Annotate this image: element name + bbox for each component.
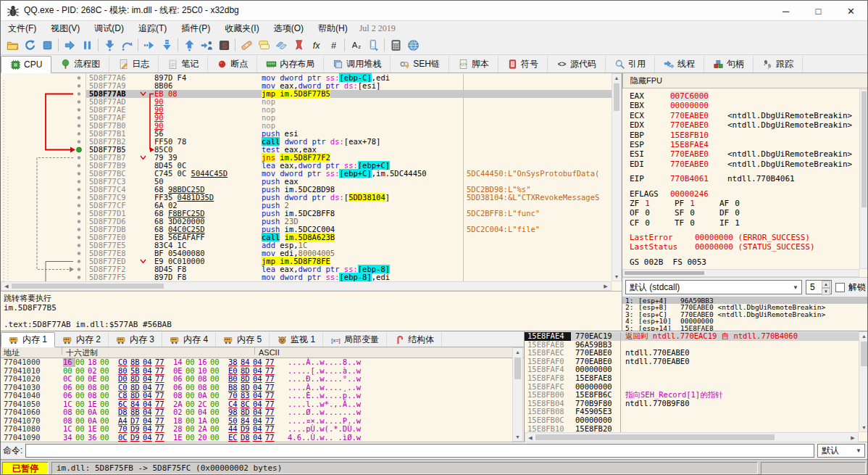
menu-收藏夹I[interactable]: 收藏夹(I) (217, 21, 266, 36)
memory-byte[interactable]: D9 (130, 434, 143, 442)
minimize-button[interactable]: ─ (769, 1, 802, 21)
memory-byte[interactable]: 04 (143, 408, 155, 417)
memory-byte[interactable]: 77 (155, 425, 167, 434)
memory-byte[interactable]: 00 (100, 408, 112, 417)
registers-vertical-scrollbar[interactable] (859, 89, 868, 269)
menu-追踪T[interactable]: 追踪(T) (131, 21, 174, 36)
flag-DF[interactable]: DF0 (719, 208, 764, 218)
memory-byte[interactable]: 00 (75, 434, 88, 442)
az-button[interactable]: Az (347, 37, 364, 54)
memory-byte[interactable]: 00 (75, 375, 88, 384)
memory-row-77041080[interactable]: 770410801C001E0070D9047728002A0044D90477… (1, 425, 512, 434)
memory-byte[interactable]: 77 (155, 392, 167, 400)
memory-row-77041040[interactable]: 7704104006000800C88D047708000A0070830477… (1, 392, 512, 400)
memory-byte[interactable]: 77 (265, 358, 277, 367)
register-LastError[interactable]: LastError00000000 (ERROR_SUCCESS) (630, 233, 859, 242)
memory-byte[interactable]: 20 (198, 434, 210, 442)
register-EDX[interactable]: EDX770EABE0<ntdll.DbgUiRemoteBreakin> (630, 120, 859, 130)
register-ESI[interactable]: ESI770EABE0<ntdll.DbgUiRemoteBreakin> (630, 149, 859, 159)
memory-byte[interactable]: 77 (265, 434, 277, 442)
command-input[interactable] (25, 444, 814, 458)
memory-byte[interactable]: 04 (253, 434, 265, 442)
memory-byte[interactable]: 00 (100, 425, 112, 434)
memory-byte[interactable]: 0A (88, 408, 100, 417)
memory-byte[interactable]: 00 (185, 425, 198, 434)
phone-button[interactable] (364, 37, 382, 54)
memory-byte[interactable]: D8 (118, 408, 130, 417)
memory-byte[interactable]: 04 (253, 425, 265, 434)
memory-byte[interactable]: 00 (210, 408, 222, 417)
memory-byte[interactable]: 00 (75, 358, 88, 367)
register-ECX[interactable]: ECX770EABE0<ntdll.DbgUiRemoteBreakin> (630, 111, 859, 120)
menu-视图V[interactable]: 视图(V) (43, 21, 87, 36)
memory-byte[interactable]: 00 (210, 358, 222, 367)
memory-byte[interactable]: 00 (210, 392, 222, 400)
memory-byte[interactable]: 00 (185, 375, 198, 384)
memory-byte[interactable]: 00 (210, 434, 222, 442)
menu-插件P[interactable]: 插件(P) (174, 21, 217, 36)
memory-byte[interactable]: 14 (173, 358, 185, 367)
menu-文件F[interactable]: 文件(F) (1, 21, 43, 36)
memory-byte[interactable]: 00 (185, 408, 198, 417)
memory-byte[interactable]: 77 (155, 434, 167, 442)
memory-byte[interactable]: 0C (118, 434, 130, 442)
menu-帮助H[interactable]: 帮助(H) (311, 21, 355, 36)
disasm-row-5D8F77F5[interactable]: 5D8F77F5897D F8mov dword ptr ss:[ebp-8],… (1, 273, 612, 281)
step-into-button[interactable] (101, 37, 118, 54)
flag-CF[interactable]: CF0 (630, 218, 675, 228)
tab-引用[interactable]: 引用 (606, 56, 655, 73)
memory-byte[interactable]: 1E (88, 425, 100, 434)
flag-TF[interactable]: TF0 (675, 218, 719, 228)
memory-byte[interactable]: 77 (265, 425, 277, 434)
memory-byte[interactable]: 04 (143, 358, 155, 367)
hide-fpu-button[interactable]: 隐藏FPU (622, 73, 868, 88)
register-LastStatus[interactable]: LastStatus00000000 (STATUS_SUCCESS) (630, 242, 859, 252)
tab-断点[interactable]: 断点 (208, 56, 257, 73)
memory-byte[interactable]: D9 (130, 425, 143, 434)
memory-dump-pane[interactable]: 内存 1内存 2内存 3内存 4内存 5监视 1[x=]局部变量结构体 地址 十… (1, 331, 524, 442)
memory-byte[interactable]: B0 (228, 375, 241, 384)
memory-byte[interactable]: 77 (265, 392, 277, 400)
flag-IF[interactable]: IF1 (719, 218, 764, 228)
memory-byte[interactable]: 0A (198, 392, 210, 400)
stack-vertical-scrollbar[interactable]: ▲▼ (859, 331, 868, 432)
memory-byte[interactable]: 00 (185, 358, 198, 367)
memory-byte[interactable]: 00 (185, 434, 198, 442)
memory-row-77041090[interactable]: 77041090340036000CD904771E002000ECD80477… (1, 434, 512, 442)
memory-byte[interactable]: 0E (88, 375, 100, 384)
register-EBP[interactable]: EBP15E8FB10 (630, 131, 859, 140)
argument-count-stepper[interactable]: 5 ▲▼ (806, 280, 832, 294)
memory-byte[interactable]: 77 (155, 408, 167, 417)
tab-符号[interactable]: 符号 (498, 56, 548, 73)
memory-byte[interactable]: 08 (198, 375, 210, 384)
memory-byte[interactable]: 00 (100, 392, 112, 400)
pause-button[interactable] (78, 37, 96, 54)
memory-byte[interactable]: D9 (241, 425, 253, 434)
tab-局部变量[interactable]: [x=]局部变量 (323, 332, 387, 347)
tab-结构体[interactable]: 结构体 (387, 332, 442, 347)
stack-row-15E8FB00[interactable]: 15E8FB0015E8FB6C指向SEH_Record[1]的指针 (525, 391, 859, 400)
memory-byte[interactable]: 08 (88, 392, 100, 400)
memory-byte[interactable]: 38 (228, 358, 241, 367)
memory-byte[interactable]: 00 (210, 425, 222, 434)
flag-OF[interactable]: OF0 (630, 208, 675, 218)
memory-byte[interactable]: 34 (63, 434, 75, 442)
memory-byte[interactable]: 16 (63, 358, 75, 367)
memory-row-77041020[interactable]: 770410200C000E00D08D047706000800B08D0477… (1, 375, 512, 384)
memory-byte[interactable]: 70 (228, 392, 241, 400)
register-EIP[interactable]: EIP770B4061ntdll.770B4061 (630, 174, 859, 183)
bookmark-button[interactable] (290, 37, 307, 54)
disasm-horizontal-scrollbar[interactable]: ◀ ▶ (1, 281, 612, 291)
memory-byte[interactable]: 04 (143, 392, 155, 400)
patch-button[interactable] (238, 37, 255, 54)
memory-byte[interactable]: 0C (63, 375, 75, 384)
memory-byte[interactable]: 8D (130, 375, 143, 384)
comment-button[interactable] (255, 37, 272, 54)
stop-button[interactable] (38, 37, 56, 54)
memory-byte[interactable]: 04 (253, 408, 265, 417)
disasm-vertical-scrollbar[interactable]: ▲▼ (612, 73, 622, 281)
memory-byte[interactable]: 00 (75, 425, 88, 434)
menu-调试D[interactable]: 调试(D) (87, 21, 131, 36)
memory-byte[interactable]: 04 (143, 434, 155, 442)
flag-ZF[interactable]: ZF1 (630, 199, 675, 208)
